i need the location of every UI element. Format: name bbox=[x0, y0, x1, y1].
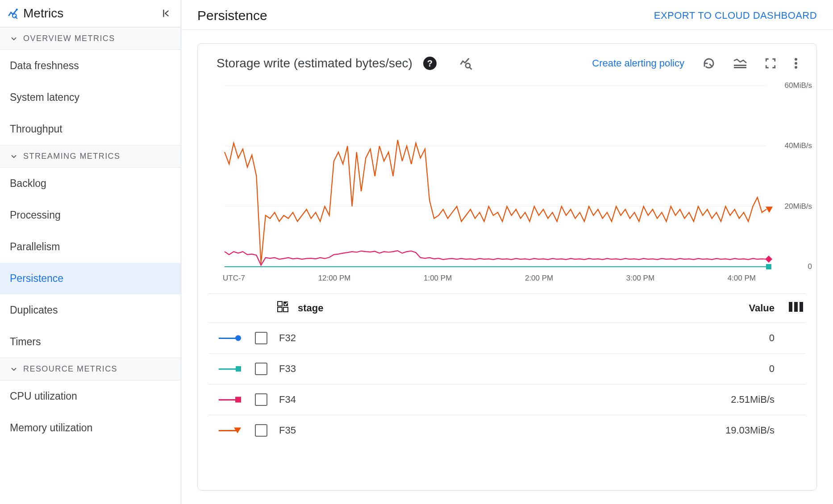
y-axis-tick: 20MiB/s bbox=[785, 202, 812, 211]
sidebar-item-label: System latency bbox=[10, 91, 79, 103]
y-axis-tick: 0 bbox=[808, 262, 812, 271]
sidebar-item-backlog[interactable]: Backlog bbox=[0, 168, 181, 199]
reset-zoom-icon[interactable] bbox=[702, 57, 716, 70]
svg-rect-13 bbox=[283, 302, 288, 306]
select-stages-icon[interactable] bbox=[277, 301, 289, 315]
column-selector-icon[interactable] bbox=[789, 302, 803, 314]
more-options-icon[interactable] bbox=[794, 58, 798, 69]
legend-value: 0 bbox=[703, 332, 775, 344]
x-axis-tick: 12:00 PM bbox=[318, 274, 351, 283]
help-icon[interactable]: ? bbox=[423, 57, 437, 70]
sidebar-item-data-freshness[interactable]: Data freshness bbox=[0, 50, 181, 82]
chevron-down-icon bbox=[10, 35, 18, 43]
sidebar-item-label: Backlog bbox=[10, 178, 46, 190]
svg-point-7 bbox=[795, 66, 797, 69]
legend-value: 19.03MiB/s bbox=[703, 425, 775, 436]
legend-checkbox[interactable] bbox=[255, 332, 267, 344]
svg-point-0 bbox=[16, 8, 18, 10]
sidebar-item-cpu-utilization[interactable]: CPU utilization bbox=[0, 380, 181, 412]
legend-header: stage Value bbox=[208, 293, 806, 323]
svg-rect-15 bbox=[283, 307, 288, 312]
legend-swatch bbox=[208, 430, 249, 431]
legend-toggle-icon[interactable] bbox=[733, 58, 747, 68]
x-axis-tick: 2:00 PM bbox=[525, 274, 553, 283]
legend-swatch bbox=[208, 338, 249, 339]
sidebar-item-label: Memory utilization bbox=[10, 422, 92, 434]
legend-table: stage Value F320F330 bbox=[198, 293, 816, 450]
legend-value: 2.51MiB/s bbox=[703, 394, 775, 405]
sidebar-item-processing[interactable]: Processing bbox=[0, 199, 181, 231]
legend-checkbox[interactable] bbox=[255, 424, 267, 437]
chart-svg bbox=[207, 75, 772, 271]
sidebar-item-throughput[interactable]: Throughput bbox=[0, 113, 181, 145]
chart-area[interactable]: 020MiB/s40MiB/s60MiB/s UTC-712:00 PM1:00… bbox=[198, 75, 816, 283]
main-panel: Persistence EXPORT TO CLOUD DASHBOARD St… bbox=[181, 0, 833, 504]
sidebar-item-label: Processing bbox=[10, 209, 61, 221]
page-header: Persistence EXPORT TO CLOUD DASHBOARD bbox=[181, 0, 833, 30]
svg-point-6 bbox=[795, 62, 797, 65]
metrics-sidebar: Metrics OVERVIEW METRICSData freshnessSy… bbox=[0, 0, 181, 504]
svg-rect-14 bbox=[278, 307, 282, 312]
sidebar-item-persistence[interactable]: Persistence bbox=[0, 263, 181, 294]
sidebar-item-label: Data freshness bbox=[10, 60, 79, 72]
legend-swatch bbox=[208, 368, 249, 370]
chart-end-marker-F34 bbox=[765, 256, 772, 263]
legend-stage-name: F33 bbox=[274, 363, 703, 375]
sidebar-section-header[interactable]: STREAMING METRICS bbox=[0, 145, 181, 168]
sidebar-collapse-button[interactable] bbox=[161, 8, 171, 18]
sidebar-item-timers[interactable]: Timers bbox=[0, 326, 181, 358]
sidebar-item-label: Throughput bbox=[10, 123, 62, 135]
sidebar-item-label: Timers bbox=[10, 336, 41, 348]
create-alerting-policy-link[interactable]: Create alerting policy bbox=[592, 58, 684, 69]
sidebar-item-parallelism[interactable]: Parallelism bbox=[0, 231, 181, 263]
sidebar-item-label: Parallelism bbox=[10, 241, 60, 253]
sidebar-section-label: RESOURCE METRICS bbox=[23, 364, 117, 374]
chart-series-F35 bbox=[225, 140, 766, 264]
sidebar-item-memory-utilization[interactable]: Memory utilization bbox=[0, 412, 181, 444]
svg-rect-18 bbox=[800, 302, 803, 312]
svg-rect-12 bbox=[278, 302, 282, 306]
legend-stage-header[interactable]: stage bbox=[292, 302, 703, 314]
chart-series-F34 bbox=[225, 251, 766, 265]
sidebar-item-system-latency[interactable]: System latency bbox=[0, 82, 181, 113]
fullscreen-icon[interactable] bbox=[765, 58, 776, 69]
sidebar-section-header[interactable]: OVERVIEW METRICS bbox=[0, 27, 181, 50]
export-dashboard-button[interactable]: EXPORT TO CLOUD DASHBOARD bbox=[654, 10, 817, 21]
x-axis-tick: UTC-7 bbox=[223, 274, 245, 283]
y-axis-tick: 40MiB/s bbox=[785, 141, 812, 150]
sidebar-item-duplicates[interactable]: Duplicates bbox=[0, 294, 181, 326]
legend-row[interactable]: F330 bbox=[208, 354, 806, 384]
sidebar-title: Metrics bbox=[23, 6, 161, 21]
chart-card: Storage write (estimated bytes/sec) ? Cr… bbox=[197, 43, 817, 491]
sidebar-section-label: STREAMING METRICS bbox=[23, 152, 121, 161]
chart-title: Storage write (estimated bytes/sec) bbox=[217, 56, 412, 70]
legend-row[interactable]: F320 bbox=[208, 323, 806, 354]
sidebar-item-label: Persistence bbox=[10, 273, 63, 285]
sidebar-item-label: CPU utilization bbox=[10, 390, 77, 402]
y-axis-tick: 60MiB/s bbox=[785, 81, 812, 90]
svg-rect-16 bbox=[789, 302, 792, 312]
legend-row[interactable]: F3519.03MiB/s bbox=[208, 415, 806, 446]
legend-stage-name: F32 bbox=[274, 332, 703, 344]
sidebar-header: Metrics bbox=[0, 0, 181, 27]
sidebar-section-header[interactable]: RESOURCE METRICS bbox=[0, 358, 181, 380]
x-axis-tick: 1:00 PM bbox=[424, 274, 452, 283]
x-axis-tick: 4:00 PM bbox=[728, 274, 756, 283]
legend-value-header[interactable]: Value bbox=[703, 302, 775, 314]
chart-card-header: Storage write (estimated bytes/sec) ? Cr… bbox=[198, 44, 816, 75]
metrics-icon bbox=[7, 8, 19, 19]
legend-checkbox[interactable] bbox=[255, 393, 267, 406]
svg-point-5 bbox=[795, 58, 797, 61]
legend-stage-name: F34 bbox=[274, 394, 703, 405]
sidebar-section-label: OVERVIEW METRICS bbox=[23, 34, 115, 43]
chart-end-marker-F33 bbox=[766, 264, 771, 269]
metrics-explore-icon[interactable] bbox=[459, 57, 472, 70]
legend-row[interactable]: F342.51MiB/s bbox=[208, 384, 806, 415]
chevron-down-icon bbox=[10, 365, 18, 373]
legend-swatch bbox=[208, 399, 249, 401]
x-axis-tick: 3:00 PM bbox=[626, 274, 654, 283]
svg-point-1 bbox=[12, 14, 17, 18]
legend-checkbox[interactable] bbox=[255, 363, 267, 375]
page-title: Persistence bbox=[197, 8, 654, 23]
svg-point-2 bbox=[466, 63, 470, 68]
